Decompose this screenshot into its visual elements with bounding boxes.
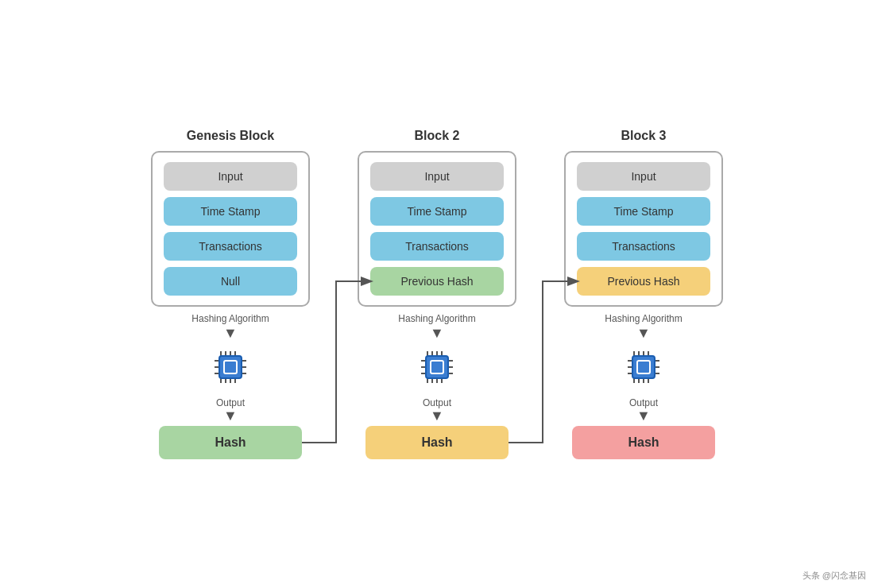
- genesis-null-row: Null: [164, 267, 297, 296]
- block2-prev-hash-row: Previous Hash: [370, 267, 504, 296]
- block3-processor: [620, 343, 667, 391]
- block3-input-row: Input: [577, 162, 710, 191]
- genesis-algo-section: Hashing Algorithm ▼: [159, 313, 302, 459]
- block3-hash-box: Hash: [572, 426, 715, 459]
- block3-processor-icon: [620, 343, 667, 391]
- genesis-algo-label: Hashing Algorithm: [191, 313, 269, 324]
- block3-timestamp-row: Time Stamp: [577, 197, 710, 226]
- genesis-processor-icon: [207, 343, 254, 391]
- svg-rect-46: [632, 356, 655, 378]
- block2-timestamp-row: Time Stamp: [370, 197, 504, 226]
- diagram-container: Genesis Block Input Time Stamp Transacti…: [0, 105, 874, 483]
- svg-rect-30: [426, 356, 448, 378]
- block3-arrow1: ▼: [636, 326, 651, 340]
- genesis-processor: [207, 343, 254, 391]
- block2-output-label: Output: [423, 397, 451, 408]
- genesis-arrow2: ▼: [223, 408, 238, 423]
- block3-prev-hash-row: Previous Hash: [577, 267, 710, 296]
- block3-box: Input Time Stamp Transactions Previous H…: [564, 151, 723, 307]
- genesis-input-row: Input: [164, 162, 297, 191]
- genesis-transactions-row: Transactions: [164, 232, 297, 261]
- block2-title: Block 2: [415, 129, 460, 143]
- block2-box: Input Time Stamp Transactions Previous H…: [358, 151, 516, 307]
- block2-arrow1: ▼: [430, 326, 444, 340]
- block3-output-label: Output: [629, 397, 658, 408]
- block2-processor-icon: [413, 343, 461, 391]
- block2-algo-section: Hashing Algorithm ▼: [365, 313, 509, 459]
- block2-arrow2: ▼: [430, 408, 444, 423]
- genesis-output-label: Output: [216, 397, 245, 408]
- genesis-timestamp-row: Time Stamp: [164, 197, 297, 226]
- block3-transactions-row: Transactions: [577, 232, 710, 261]
- genesis-hash-box: Hash: [159, 426, 302, 459]
- block2-hash-box: Hash: [365, 426, 509, 459]
- watermark: 头条 @闪念基因: [802, 570, 866, 582]
- block3-wrapper: Block 3 Input Time Stamp Transactions Pr…: [564, 129, 723, 459]
- svg-rect-14: [219, 356, 242, 378]
- block2-transactions-row: Transactions: [370, 232, 504, 261]
- block2-input-row: Input: [370, 162, 504, 191]
- block2-algo-label: Hashing Algorithm: [398, 313, 475, 324]
- block3-title: Block 3: [621, 129, 667, 143]
- genesis-block-title: Genesis Block: [187, 129, 274, 143]
- block3-algo-label: Hashing Algorithm: [605, 313, 682, 324]
- genesis-arrow1: ▼: [223, 326, 238, 340]
- block2-wrapper: Block 2 Input Time Stamp Transactions Pr…: [358, 129, 516, 459]
- block3-algo-section: Hashing Algorithm ▼: [572, 313, 715, 459]
- genesis-block-box: Input Time Stamp Transactions Null: [151, 151, 310, 307]
- block3-arrow2: ▼: [636, 408, 651, 423]
- block2-processor: [413, 343, 461, 391]
- genesis-block-wrapper: Genesis Block Input Time Stamp Transacti…: [151, 129, 310, 459]
